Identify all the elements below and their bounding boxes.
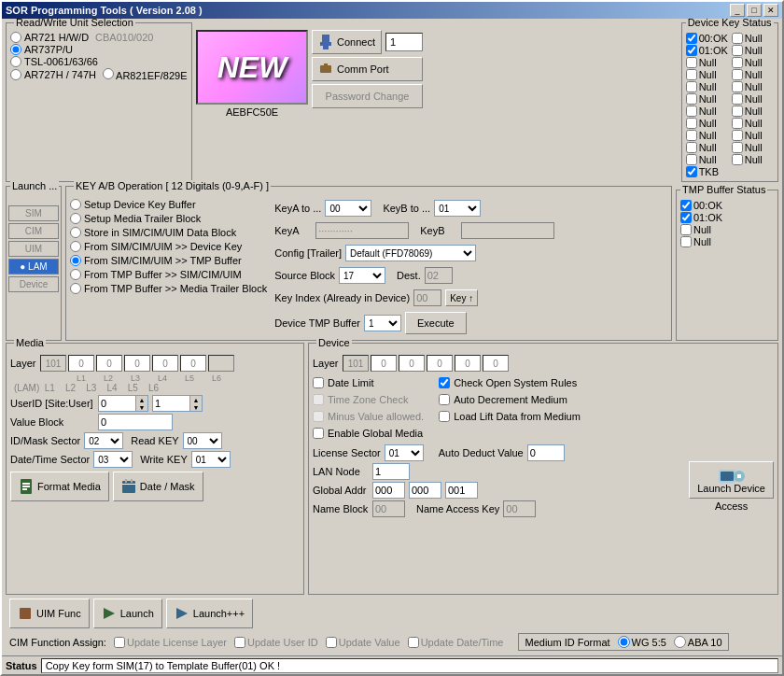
userid-user-down[interactable]: ▼: [190, 403, 202, 411]
auto-deduct-input[interactable]: [527, 444, 565, 461]
dks-null-6-cb[interactable]: [732, 69, 743, 80]
time-zone-cb[interactable]: [313, 394, 324, 405]
dks-null-11-cb[interactable]: [686, 106, 697, 117]
date-limit-row[interactable]: Date Limit: [313, 377, 424, 388]
dks-null-15[interactable]: Null: [686, 130, 728, 141]
write-key-select[interactable]: 01: [191, 451, 231, 468]
read-key-select[interactable]: 00: [183, 432, 222, 449]
userid-site-input[interactable]: [98, 395, 135, 412]
tbs-null-2-cb[interactable]: [680, 236, 692, 247]
dks-null-4-cb[interactable]: [732, 57, 743, 68]
dks-null-1[interactable]: Null: [732, 33, 774, 44]
aba-radio-label[interactable]: ABA 10: [674, 636, 722, 648]
key-up-button[interactable]: Key ↑: [445, 289, 478, 306]
time-zone-row[interactable]: Time Zone Check: [313, 394, 424, 405]
wg-radio-label[interactable]: WG 5:5: [618, 636, 666, 648]
close-button[interactable]: ✕: [763, 4, 778, 17]
keya-input[interactable]: [315, 222, 409, 239]
tbs-00ok[interactable]: 00:OK: [680, 200, 774, 211]
launch-lam[interactable]: ● LAM: [8, 259, 59, 275]
radio-ar727h[interactable]: [10, 69, 21, 80]
update-license-label[interactable]: Update License Layer: [114, 637, 227, 648]
userid-user-input[interactable]: [152, 395, 189, 412]
update-userid-cb[interactable]: [234, 637, 245, 648]
keyab-opt5[interactable]: From SIM/CIM/UIM >> TMP Buffer: [70, 255, 267, 266]
tbs-01ok[interactable]: 01:OK: [680, 212, 774, 223]
dest-input[interactable]: [425, 267, 453, 284]
dks-null-14[interactable]: Null: [732, 118, 774, 129]
minus-val-cb[interactable]: [313, 411, 324, 422]
dks-null-7[interactable]: Null: [686, 81, 728, 92]
dks-null-10-cb[interactable]: [732, 93, 743, 105]
dks-null-3-cb[interactable]: [686, 57, 697, 68]
minimize-button[interactable]: _: [730, 4, 745, 17]
keyab-opt7[interactable]: From TMP Buffer >> Media Trailer Block: [70, 283, 267, 294]
dks-00ok-cb[interactable]: [686, 33, 697, 44]
dks-null-16-cb[interactable]: [732, 130, 743, 141]
aba-radio[interactable]: [674, 636, 686, 648]
update-license-cb[interactable]: [114, 637, 125, 648]
tmp-buffer-select[interactable]: 1: [364, 315, 401, 331]
dks-01ok-cb[interactable]: [686, 45, 697, 56]
dks-null-16[interactable]: Null: [732, 130, 774, 141]
dks-null-13-cb[interactable]: [686, 118, 697, 129]
keyab-opt6[interactable]: From TMP Buffer >> SIM/CIM/UIM: [70, 269, 267, 280]
radio-tsl[interactable]: [10, 56, 21, 67]
keya-to-select[interactable]: 00: [325, 200, 371, 217]
dks-null-14-cb[interactable]: [732, 118, 743, 129]
launch-button[interactable]: Launch: [93, 599, 162, 628]
dks-null-1-cb[interactable]: [732, 33, 743, 44]
keyab-opt6-radio[interactable]: [70, 269, 81, 280]
dks-null-12-cb[interactable]: [732, 106, 743, 117]
keyab-opt7-radio[interactable]: [70, 283, 81, 294]
tbs-null-1[interactable]: Null: [680, 224, 774, 235]
dks-null-8[interactable]: Null: [732, 81, 774, 92]
password-change-button[interactable]: Password Change: [312, 84, 423, 108]
global-addr-3[interactable]: [445, 482, 478, 499]
wg-radio[interactable]: [618, 636, 630, 648]
dks-null-5-cb[interactable]: [686, 69, 697, 80]
keyab-opt5-radio[interactable]: [70, 255, 81, 266]
dks-null-7-cb[interactable]: [686, 81, 697, 92]
dks-null-17-cb[interactable]: [686, 142, 697, 153]
check-open-row[interactable]: Check Open System Rules: [439, 377, 581, 388]
global-addr-1[interactable]: [372, 482, 405, 499]
radio-ar821[interactable]: [103, 68, 114, 79]
userid-site-down[interactable]: ▼: [136, 403, 147, 411]
maximize-button[interactable]: □: [747, 4, 762, 17]
source-block-select[interactable]: 17: [339, 267, 385, 284]
dks-null-15-cb[interactable]: [686, 130, 697, 141]
dks-null-20[interactable]: Null: [732, 154, 774, 165]
keyab-opt1[interactable]: Setup Device Key Buffer: [70, 199, 267, 210]
userid-user-up[interactable]: ▲: [190, 396, 202, 403]
dks-null-9-cb[interactable]: [686, 93, 697, 105]
update-userid-label[interactable]: Update User ID: [234, 637, 318, 648]
execute-button[interactable]: Execute: [405, 312, 467, 334]
tbs-00ok-cb[interactable]: [680, 200, 692, 211]
dks-null-11[interactable]: Null: [686, 106, 728, 117]
keyab-opt2-radio[interactable]: [70, 213, 81, 224]
dks-tkb[interactable]: TKB: [686, 166, 728, 177]
keyab-opt3-radio[interactable]: [70, 227, 81, 238]
check-open-cb[interactable]: [439, 377, 450, 388]
format-media-button[interactable]: Format Media: [10, 472, 109, 501]
load-lift-row[interactable]: Load Lift Data from Medium: [439, 411, 581, 422]
userid-site-up[interactable]: ▲: [136, 396, 147, 403]
keyb-input[interactable]: [461, 222, 554, 239]
launch-device[interactable]: Device: [8, 276, 59, 292]
dks-null-8-cb[interactable]: [732, 81, 743, 92]
radio-ar721[interactable]: [10, 32, 21, 43]
id-mask-select[interactable]: 02: [84, 432, 123, 449]
key-index-input[interactable]: [413, 289, 441, 306]
keyab-opt4[interactable]: From SIM/CIM/UIM >> Device Key: [70, 241, 267, 252]
uim-func-button[interactable]: UIM Func: [9, 599, 90, 628]
tbs-null-2[interactable]: Null: [680, 236, 774, 247]
dks-null-9[interactable]: Null: [686, 93, 728, 105]
launch-sim[interactable]: SIM: [8, 205, 59, 221]
global-addr-2[interactable]: [409, 482, 441, 499]
launch-uim[interactable]: UIM: [8, 241, 59, 257]
launch-device-button[interactable]: Launch Device: [689, 461, 774, 499]
enable-global-row[interactable]: Enable Global Media: [313, 428, 424, 439]
dks-null-4[interactable]: Null: [732, 57, 774, 68]
keyab-opt1-radio[interactable]: [70, 199, 81, 210]
